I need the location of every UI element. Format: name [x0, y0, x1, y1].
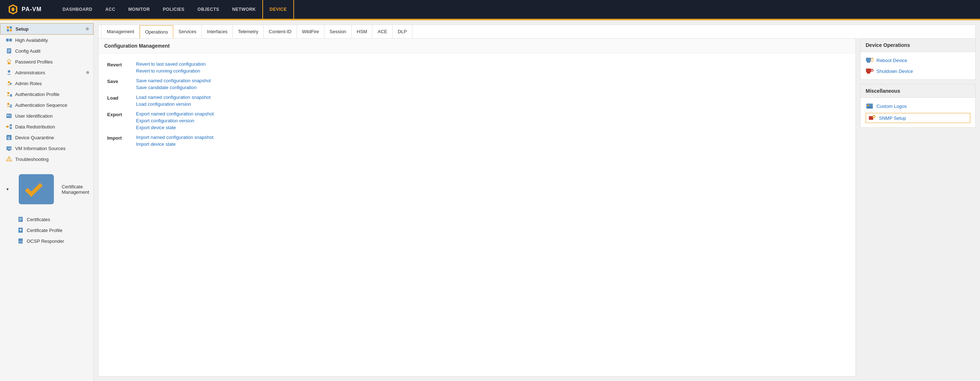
svg-point-16 [8, 81, 10, 83]
misc-panel: Miscellaneous Custom Logos [860, 84, 976, 128]
svg-marker-52 [871, 57, 873, 59]
sidebar-item-ocsp[interactable]: OCSP OCSP Responder [11, 236, 94, 246]
tab-content-id[interactable]: Content-ID [264, 25, 297, 38]
tab-operations[interactable]: Operations [140, 25, 173, 39]
svg-rect-50 [867, 61, 870, 62]
tab-interfaces[interactable]: Interfaces [202, 25, 233, 38]
sidebar-item-certificates[interactable]: Certificates [11, 214, 94, 225]
sidebar-item-vm-info[interactable]: VM VM Information Sources [0, 143, 94, 154]
tab-dlp[interactable]: DLP [393, 25, 412, 38]
config-row-load: Load Load named configuration snapshot L… [107, 92, 847, 109]
setup-badge [86, 27, 89, 30]
app-title: PA-VM [22, 6, 41, 13]
svg-point-15 [8, 70, 11, 73]
config-label-revert: Revert [107, 61, 136, 67]
tab-telemetry[interactable]: Telemetry [233, 25, 263, 38]
vm-info-icon: VM [6, 145, 12, 152]
svg-rect-54 [867, 72, 870, 73]
config-table: Revert Revert to last saved configuratio… [99, 53, 856, 155]
sidebar-item-auth-profile[interactable]: Authentication Profile [0, 89, 94, 100]
nav-monitor[interactable]: MONITOR [122, 0, 156, 19]
svg-rect-24 [6, 114, 11, 118]
sidebar-item-setup[interactable]: Setup [0, 23, 94, 35]
snmp-setup-label: SNMP Setup [879, 116, 906, 121]
svg-rect-7 [6, 39, 9, 41]
reboot-device-link[interactable]: Reboot Device [865, 56, 970, 64]
config-links-save: Save named configuration snapshot Save c… [136, 78, 211, 90]
svg-point-18 [7, 92, 10, 94]
svg-text:Q: Q [8, 136, 10, 140]
sidebar-item-user-id[interactable]: User Identification [0, 110, 94, 121]
link-load-named[interactable]: Load named configuration snapshot [136, 95, 211, 100]
sidebar-label-password: Password Profiles [15, 59, 52, 65]
link-revert-running[interactable]: Revert to running configuration [136, 68, 206, 74]
sidebar-label-cert-profile: Certificate Profile [27, 228, 62, 233]
content-area: Management Operations Services Interface… [94, 20, 980, 381]
tab-services[interactable]: Services [173, 25, 202, 38]
nav-items: DASHBOARD ACC MONITOR POLICIES OBJECTS N… [56, 0, 294, 19]
sidebar-section-cert-mgmt[interactable]: ▼ Certificate Management [0, 165, 94, 214]
svg-point-39 [9, 160, 10, 161]
sidebar-item-data-redist[interactable]: Data Redistribution [0, 121, 94, 132]
link-import-device-state[interactable]: Import device state [136, 141, 213, 147]
tab-session[interactable]: Session [325, 25, 352, 38]
sidebar-item-ha[interactable]: High Availability [0, 35, 94, 46]
link-save-candidate[interactable]: Save candidate configuration [136, 85, 211, 90]
config-links-import: Import named configuration snapshot Impo… [136, 135, 213, 147]
chevron-icon: ▼ [6, 187, 10, 191]
sidebar-item-administrators[interactable]: Administrators [0, 67, 94, 78]
sidebar-item-cert-profile[interactable]: Certificate Profile [11, 225, 94, 236]
tab-ace[interactable]: ACE [372, 25, 393, 38]
admin-icon [6, 69, 12, 76]
sidebar-item-config-audit[interactable]: Config Audit [0, 46, 94, 56]
custom-logos-label: Custom Logos [877, 103, 907, 109]
svg-point-14 [8, 60, 11, 62]
shutdown-label: Shutdown Device [877, 68, 913, 74]
svg-point-30 [10, 127, 12, 129]
sidebar-label-cert-mgmt: Certificate Management [62, 184, 89, 195]
sidebar-item-troubleshooting[interactable]: Troubleshooting [0, 154, 94, 165]
tab-wildfire[interactable]: WildFire [297, 25, 325, 38]
sidebar-label-troubleshooting: Troubleshooting [15, 157, 49, 162]
link-save-named[interactable]: Save named configuration snapshot [136, 78, 211, 83]
sidebar-label-data-redist: Data Redistribution [15, 124, 55, 130]
svg-text:VM: VM [8, 147, 11, 150]
user-id-icon [6, 113, 12, 119]
svg-rect-19 [10, 94, 12, 97]
nav-device[interactable]: DEVICE [262, 0, 294, 19]
custom-logos-link[interactable]: Custom Logos [865, 102, 970, 110]
setup-icon [6, 25, 13, 32]
sidebar-label-certificates: Certificates [27, 217, 50, 222]
link-export-named[interactable]: Export named configuration snapshot [136, 111, 213, 116]
svg-line-31 [8, 125, 10, 127]
tab-management[interactable]: Management [102, 25, 140, 38]
link-revert-last[interactable]: Revert to last saved configuration [136, 61, 206, 67]
sidebar-item-auth-sequence[interactable]: Authentication Sequence [0, 100, 94, 110]
link-export-version[interactable]: Export configuration version [136, 118, 213, 124]
link-load-version[interactable]: Load configuration version [136, 102, 211, 107]
config-panel-title: Configuration Management [99, 39, 856, 53]
nav-acc[interactable]: ACC [99, 0, 122, 19]
nav-objects[interactable]: OBJECTS [191, 0, 226, 19]
nav-dashboard[interactable]: DASHBOARD [56, 0, 99, 19]
nav-network[interactable]: NETWORK [226, 0, 262, 19]
config-links-revert: Revert to last saved configuration Rever… [136, 61, 206, 74]
link-import-named[interactable]: Import named configuration snapshot [136, 135, 213, 140]
sidebar-item-quarantine[interactable]: Q Device Quarantine [0, 132, 94, 143]
snmp-setup-link[interactable]: SNMP Setup [865, 113, 970, 123]
logo-icon [7, 3, 19, 15]
sidebar-label-ocsp: OCSP Responder [27, 238, 64, 244]
audit-icon [6, 48, 12, 54]
sidebar-item-password-profiles[interactable]: Password Profiles [0, 56, 94, 67]
svg-point-46 [20, 229, 22, 231]
link-export-device-state[interactable]: Export device state [136, 125, 213, 130]
svg-rect-3 [7, 26, 9, 29]
svg-point-29 [10, 124, 12, 126]
tab-bar: Management Operations Services Interface… [98, 25, 976, 38]
tab-hsm[interactable]: HSM [352, 25, 373, 38]
shutdown-device-link[interactable]: Shutdown Device [865, 67, 970, 75]
nav-policies[interactable]: POLICIES [156, 0, 191, 19]
sidebar-item-admin-roles[interactable]: Admin Roles [0, 78, 94, 89]
troubleshoot-icon [6, 156, 12, 162]
sidebar-label-config-audit: Config Audit [15, 48, 40, 54]
